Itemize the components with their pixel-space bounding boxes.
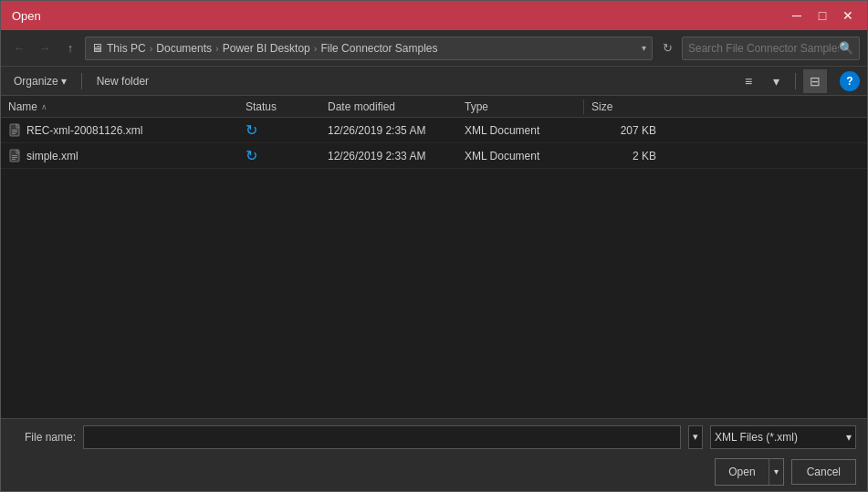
col-divider (583, 99, 584, 114)
path-segment-samples[interactable]: File Connector Samples (320, 42, 437, 55)
file-name-cell: REC-xml-20081126.xml (8, 123, 246, 138)
view-list-icon: ≡ (745, 74, 752, 89)
column-date-modified: Date modified (328, 100, 465, 113)
path-sep-1: › (150, 43, 153, 54)
file-type-cell: XML Document (465, 124, 583, 137)
open-dialog: Open ─ □ ✕ ← → ↑ 🖥 This PC › Documents ›… (0, 0, 868, 492)
path-sep-3: › (314, 43, 318, 54)
table-row[interactable]: REC-xml-20081126.xml ↻ 12/26/2019 2:35 A… (1, 118, 867, 143)
svg-rect-1 (12, 130, 17, 131)
toolbar: Organize ▾ New folder ≡ ▾ ⊟ ? (1, 67, 867, 96)
organize-dropdown-icon: ▾ (61, 75, 67, 88)
organize-label: Organize (14, 75, 58, 88)
title-bar: Open ─ □ ✕ (1, 1, 867, 30)
sort-icon: ∧ (41, 102, 47, 111)
search-box[interactable]: 🔍 (682, 37, 860, 60)
search-input[interactable] (688, 42, 839, 55)
column-type: Type (465, 100, 583, 113)
svg-rect-2 (12, 131, 17, 132)
cancel-button[interactable]: Cancel (791, 459, 856, 485)
view-thumbnail-icon: ⊟ (810, 74, 821, 89)
view-list-button[interactable]: ≡ (737, 69, 760, 93)
open-button[interactable]: Open (716, 459, 769, 485)
up-button[interactable]: ↑ (59, 37, 81, 59)
file-size-cell: 207 KB (583, 124, 656, 137)
file-name-dropdown-button[interactable]: ▾ (688, 425, 703, 449)
file-type-dropdown-icon: ▾ (846, 431, 852, 444)
footer: File name: ▾ XML Files (*.xml) ▾ Open ▾ … (1, 418, 867, 491)
path-segment-powerbi[interactable]: Power BI Desktop (223, 42, 310, 55)
file-name-row: File name: ▾ XML Files (*.xml) ▾ (12, 425, 856, 449)
file-list-header: Name ∧ Status Date modified Type Size (1, 96, 867, 118)
column-name: Name ∧ (8, 100, 246, 113)
back-icon: ← (14, 41, 26, 55)
file-type-label: XML Files (*.xml) (715, 431, 798, 444)
new-folder-label: New folder (97, 75, 149, 88)
path-segment-thispc[interactable]: This PC (107, 42, 146, 55)
dialog-title: Open (12, 9, 41, 23)
back-button[interactable]: ← (8, 37, 30, 59)
view-dropdown-icon: ▾ (773, 74, 779, 89)
svg-rect-7 (12, 159, 16, 160)
new-folder-button[interactable]: New folder (91, 73, 154, 89)
open-dropdown-button[interactable]: ▾ (769, 459, 783, 485)
close-button[interactable]: ✕ (836, 4, 860, 27)
path-bar[interactable]: 🖥 This PC › Documents › Power BI Desktop… (85, 37, 653, 60)
search-icon: 🔍 (839, 41, 853, 55)
file-icon (8, 149, 23, 163)
address-bar: ← → ↑ 🖥 This PC › Documents › Power BI D… (1, 30, 867, 67)
minimize-button[interactable]: ─ (785, 4, 809, 27)
path-segment-documents[interactable]: Documents (156, 42, 212, 55)
sync-icon: ↻ (246, 121, 257, 139)
svg-rect-3 (12, 133, 16, 134)
svg-rect-5 (12, 155, 17, 156)
toolbar-separator (81, 73, 82, 89)
sync-icon: ↻ (246, 147, 257, 164)
file-list-container: Name ∧ Status Date modified Type Size (1, 96, 867, 418)
path-sep-2: › (215, 43, 219, 54)
svg-rect-6 (12, 157, 17, 158)
file-rows-container: REC-xml-20081126.xml ↻ 12/26/2019 2:35 A… (1, 118, 867, 169)
column-size: Size (591, 100, 664, 113)
file-type-cell: XML Document (465, 150, 583, 162)
file-icon (8, 123, 23, 138)
toolbar-right: ≡ ▾ ⊟ ? (737, 69, 860, 93)
open-dropdown-icon: ▾ (774, 466, 779, 476)
window-controls: ─ □ ✕ (785, 4, 860, 27)
organize-button[interactable]: Organize ▾ (8, 73, 72, 89)
up-icon: ↑ (68, 41, 74, 55)
file-status-cell: ↻ (246, 121, 328, 139)
file-name-label: File name: (12, 431, 76, 444)
open-button-group: Open ▾ (715, 458, 783, 486)
path-computer-icon: 🖥 (91, 41, 103, 55)
column-status: Status (246, 100, 328, 113)
file-date-cell: 12/26/2019 2:33 AM (328, 150, 465, 162)
forward-button[interactable]: → (34, 37, 56, 59)
file-type-select[interactable]: XML Files (*.xml) ▾ (710, 425, 856, 449)
action-row: Open ▾ Cancel (12, 458, 856, 486)
refresh-button[interactable]: ↻ (656, 37, 678, 59)
forward-icon: → (39, 41, 51, 55)
maximize-button[interactable]: □ (810, 4, 834, 27)
view-thumbnail-button[interactable]: ⊟ (803, 69, 827, 93)
refresh-icon: ↻ (663, 41, 673, 55)
path-dropdown-icon[interactable]: ▾ (642, 43, 646, 53)
file-name-dropdown-icon: ▾ (693, 431, 698, 443)
file-name-text: simple.xml (26, 150, 240, 162)
view-dropdown-button[interactable]: ▾ (764, 69, 788, 93)
file-size-cell: 2 KB (583, 150, 656, 162)
file-name-input[interactable] (83, 425, 681, 449)
toolbar-sep-2 (795, 73, 796, 89)
file-status-cell: ↻ (246, 147, 328, 164)
file-date-cell: 12/26/2019 2:35 AM (328, 124, 465, 137)
file-name-text: REC-xml-20081126.xml (26, 124, 240, 137)
help-button[interactable]: ? (840, 71, 860, 91)
table-row[interactable]: simple.xml ↻ 12/26/2019 2:33 AM XML Docu… (1, 143, 867, 169)
file-name-cell: simple.xml (8, 149, 246, 163)
